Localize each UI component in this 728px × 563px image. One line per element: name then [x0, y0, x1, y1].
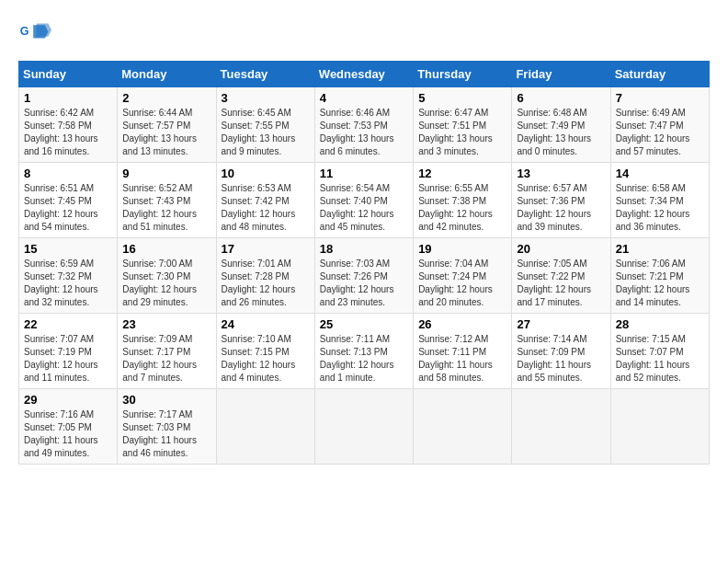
day-number: 1 — [24, 91, 112, 105]
day-number: 13 — [517, 167, 605, 180]
calendar-cell: 8 Sunrise: 6:51 AM Sunset: 7:45 PM Dayli… — [19, 163, 118, 238]
day-info: Sunrise: 7:17 AM Sunset: 7:03 PM Dayligh… — [122, 408, 210, 460]
day-number: 19 — [418, 242, 506, 256]
calendar-cell: 2 Sunrise: 6:44 AM Sunset: 7:57 PM Dayli… — [118, 87, 216, 163]
day-info: Sunrise: 6:52 AM Sunset: 7:43 PM Dayligh… — [122, 182, 210, 234]
weekday-header-saturday: Saturday — [610, 62, 709, 87]
calendar-cell: 22 Sunrise: 7:07 AM Sunset: 7:19 PM Dayl… — [19, 314, 118, 389]
calendar-cell: 14 Sunrise: 6:58 AM Sunset: 7:34 PM Dayl… — [610, 163, 709, 238]
day-info: Sunrise: 7:09 AM Sunset: 7:17 PM Dayligh… — [122, 333, 210, 385]
day-info: Sunrise: 7:07 AM Sunset: 7:19 PM Dayligh… — [24, 333, 112, 385]
day-info: Sunrise: 6:54 AM Sunset: 7:40 PM Dayligh… — [320, 182, 408, 234]
calendar-cell: 5 Sunrise: 6:47 AM Sunset: 7:51 PM Dayli… — [414, 87, 512, 163]
day-number: 12 — [418, 167, 506, 180]
day-info: Sunrise: 6:59 AM Sunset: 7:32 PM Dayligh… — [24, 258, 112, 309]
day-info: Sunrise: 7:15 AM Sunset: 7:07 PM Dayligh… — [616, 333, 704, 385]
weekday-header-monday: Monday — [118, 62, 216, 87]
day-number: 20 — [517, 242, 605, 256]
calendar-cell: 3 Sunrise: 6:45 AM Sunset: 7:55 PM Dayli… — [216, 87, 314, 163]
day-number: 8 — [24, 167, 112, 180]
day-info: Sunrise: 6:44 AM Sunset: 7:57 PM Dayligh… — [122, 107, 210, 158]
calendar-cell: 13 Sunrise: 6:57 AM Sunset: 7:36 PM Dayl… — [512, 163, 610, 238]
svg-text:G: G — [20, 25, 29, 38]
calendar-cell: 26 Sunrise: 7:12 AM Sunset: 7:11 PM Dayl… — [414, 314, 512, 389]
calendar-cell: 17 Sunrise: 7:01 AM Sunset: 7:28 PM Dayl… — [216, 238, 314, 314]
day-info: Sunrise: 7:16 AM Sunset: 7:05 PM Dayligh… — [24, 408, 112, 460]
day-number: 3 — [222, 91, 310, 105]
day-info: Sunrise: 6:51 AM Sunset: 7:45 PM Dayligh… — [24, 182, 112, 234]
calendar-cell: 7 Sunrise: 6:49 AM Sunset: 7:47 PM Dayli… — [610, 87, 709, 163]
day-info: Sunrise: 7:12 AM Sunset: 7:11 PM Dayligh… — [418, 333, 506, 385]
calendar-cell: 18 Sunrise: 7:03 AM Sunset: 7:26 PM Dayl… — [314, 238, 413, 314]
day-info: Sunrise: 6:49 AM Sunset: 7:47 PM Dayligh… — [616, 107, 704, 158]
day-number: 26 — [418, 317, 506, 331]
calendar-cell: 20 Sunrise: 7:05 AM Sunset: 7:22 PM Dayl… — [512, 238, 610, 314]
day-info: Sunrise: 7:04 AM Sunset: 7:24 PM Dayligh… — [418, 258, 506, 309]
day-number: 15 — [24, 242, 112, 256]
day-number: 30 — [122, 393, 210, 407]
day-info: Sunrise: 7:14 AM Sunset: 7:09 PM Dayligh… — [517, 333, 605, 385]
day-info: Sunrise: 7:05 AM Sunset: 7:22 PM Dayligh… — [517, 258, 605, 309]
calendar-cell — [512, 389, 610, 465]
calendar-week-4: 22 Sunrise: 7:07 AM Sunset: 7:19 PM Dayl… — [19, 314, 710, 389]
day-number: 24 — [222, 317, 310, 331]
calendar-cell: 19 Sunrise: 7:04 AM Sunset: 7:24 PM Dayl… — [414, 238, 512, 314]
day-info: Sunrise: 6:47 AM Sunset: 7:51 PM Dayligh… — [418, 107, 506, 158]
logo-icon: G — [18, 18, 51, 52]
calendar-week-3: 15 Sunrise: 6:59 AM Sunset: 7:32 PM Dayl… — [19, 238, 710, 314]
day-info: Sunrise: 7:01 AM Sunset: 7:28 PM Dayligh… — [222, 258, 310, 309]
day-number: 9 — [122, 167, 210, 180]
day-number: 16 — [122, 242, 210, 256]
logo: G — [18, 18, 55, 52]
day-info: Sunrise: 6:46 AM Sunset: 7:53 PM Dayligh… — [320, 107, 408, 158]
day-number: 10 — [222, 167, 310, 180]
calendar-cell: 9 Sunrise: 6:52 AM Sunset: 7:43 PM Dayli… — [118, 163, 216, 238]
day-info: Sunrise: 6:58 AM Sunset: 7:34 PM Dayligh… — [616, 182, 704, 234]
day-number: 7 — [616, 91, 704, 105]
day-number: 18 — [320, 242, 408, 256]
calendar-cell — [414, 389, 512, 465]
calendar-cell — [314, 389, 413, 465]
day-number: 28 — [616, 317, 704, 331]
calendar-cell: 27 Sunrise: 7:14 AM Sunset: 7:09 PM Dayl… — [512, 314, 610, 389]
day-number: 25 — [320, 317, 408, 331]
weekday-header-row: SundayMondayTuesdayWednesdayThursdayFrid… — [19, 62, 710, 87]
day-info: Sunrise: 6:48 AM Sunset: 7:49 PM Dayligh… — [517, 107, 605, 158]
weekday-header-sunday: Sunday — [19, 62, 118, 87]
day-number: 5 — [418, 91, 506, 105]
weekday-header-friday: Friday — [512, 62, 610, 87]
weekday-header-thursday: Thursday — [414, 62, 512, 87]
day-number: 2 — [122, 91, 210, 105]
day-number: 6 — [517, 91, 605, 105]
calendar-week-5: 29 Sunrise: 7:16 AM Sunset: 7:05 PM Dayl… — [19, 389, 710, 465]
calendar-cell: 25 Sunrise: 7:11 AM Sunset: 7:13 PM Dayl… — [314, 314, 413, 389]
day-number: 11 — [320, 167, 408, 180]
day-number: 22 — [24, 317, 112, 331]
day-info: Sunrise: 7:10 AM Sunset: 7:15 PM Dayligh… — [222, 333, 310, 385]
day-info: Sunrise: 7:06 AM Sunset: 7:21 PM Dayligh… — [616, 258, 704, 309]
day-number: 14 — [616, 167, 704, 180]
calendar-week-1: 1 Sunrise: 6:42 AM Sunset: 7:58 PM Dayli… — [19, 87, 710, 163]
calendar-cell: 1 Sunrise: 6:42 AM Sunset: 7:58 PM Dayli… — [19, 87, 118, 163]
day-number: 4 — [320, 91, 408, 105]
calendar-cell: 6 Sunrise: 6:48 AM Sunset: 7:49 PM Dayli… — [512, 87, 610, 163]
day-info: Sunrise: 6:55 AM Sunset: 7:38 PM Dayligh… — [418, 182, 506, 234]
day-info: Sunrise: 7:03 AM Sunset: 7:26 PM Dayligh… — [320, 258, 408, 309]
weekday-header-tuesday: Tuesday — [216, 62, 314, 87]
calendar-cell — [610, 389, 709, 465]
day-info: Sunrise: 6:57 AM Sunset: 7:36 PM Dayligh… — [517, 182, 605, 234]
day-number: 29 — [24, 393, 112, 407]
calendar-cell: 11 Sunrise: 6:54 AM Sunset: 7:40 PM Dayl… — [314, 163, 413, 238]
day-number: 27 — [517, 317, 605, 331]
calendar-cell: 12 Sunrise: 6:55 AM Sunset: 7:38 PM Dayl… — [414, 163, 512, 238]
calendar-cell: 30 Sunrise: 7:17 AM Sunset: 7:03 PM Dayl… — [118, 389, 216, 465]
day-info: Sunrise: 6:42 AM Sunset: 7:58 PM Dayligh… — [24, 107, 112, 158]
header: G — [18, 18, 710, 52]
calendar-cell: 28 Sunrise: 7:15 AM Sunset: 7:07 PM Dayl… — [610, 314, 709, 389]
calendar-cell: 29 Sunrise: 7:16 AM Sunset: 7:05 PM Dayl… — [19, 389, 118, 465]
day-number: 23 — [122, 317, 210, 331]
calendar-cell: 23 Sunrise: 7:09 AM Sunset: 7:17 PM Dayl… — [118, 314, 216, 389]
day-info: Sunrise: 6:45 AM Sunset: 7:55 PM Dayligh… — [222, 107, 310, 158]
weekday-header-wednesday: Wednesday — [314, 62, 413, 87]
day-number: 21 — [616, 242, 704, 256]
